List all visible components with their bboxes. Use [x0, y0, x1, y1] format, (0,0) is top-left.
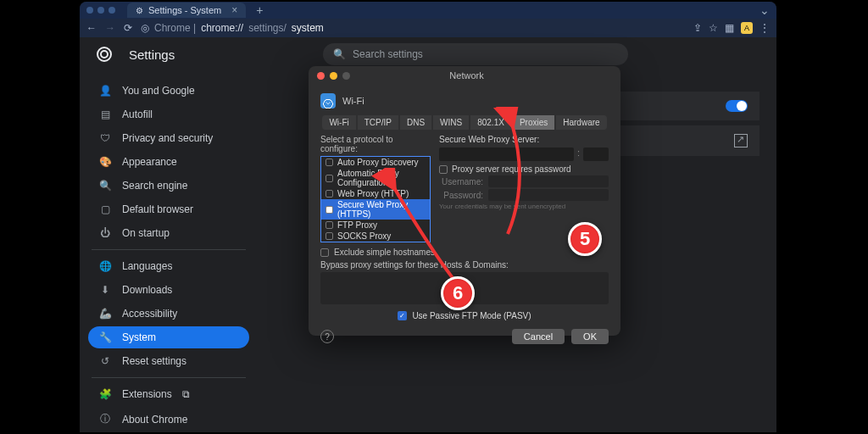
- toggle-switch[interactable]: [726, 100, 748, 112]
- tab-tcp-ip[interactable]: TCP/IP: [358, 115, 398, 130]
- tab-wins[interactable]: WINS: [433, 115, 469, 130]
- autofill-icon: ▤: [98, 108, 112, 120]
- protocol-socks-proxy[interactable]: SOCKS Proxy: [321, 231, 430, 242]
- checkbox-icon[interactable]: [326, 206, 333, 214]
- chrome-icon: [97, 47, 112, 62]
- dialog-title: Network: [321, 70, 612, 81]
- window-titlebar: ⚙ Settings - System × + ⌄: [80, 2, 776, 19]
- open-external-icon: [734, 134, 748, 147]
- sidebar-item-on-startup[interactable]: ⏻On startup: [88, 222, 249, 244]
- annotation-badge-6: 6: [441, 276, 475, 310]
- share-icon[interactable]: ⇪: [693, 22, 702, 34]
- sidebar-item-about-chrome[interactable]: ⓘAbout Chrome: [88, 407, 249, 431]
- kebab-menu-icon[interactable]: ⋮: [760, 22, 770, 34]
- proxy-host-input[interactable]: [439, 147, 574, 161]
- checkbox-icon[interactable]: [326, 159, 333, 166]
- bookmark-icon[interactable]: ☆: [709, 22, 718, 34]
- tab-proxies[interactable]: Proxies: [513, 115, 554, 130]
- gear-icon: ⚙: [136, 6, 143, 15]
- protocol-list[interactable]: Auto Proxy DiscoveryAutomatic Proxy Conf…: [320, 156, 431, 242]
- info-icon: ⓘ: [98, 412, 112, 426]
- requires-password-checkbox[interactable]: [439, 165, 448, 174]
- tab-title: Settings - System: [148, 5, 221, 15]
- search-icon: 🔍: [98, 180, 112, 192]
- sidebar-item-autofill[interactable]: ▤Autofill: [88, 103, 249, 125]
- shield-icon: 🛡: [98, 132, 112, 144]
- new-tab-button[interactable]: +: [256, 3, 263, 17]
- reload-icon[interactable]: ⟳: [124, 22, 132, 34]
- protocol-auto-proxy-discovery[interactable]: Auto Proxy Discovery: [321, 157, 430, 168]
- pasv-checkbox[interactable]: ✓: [398, 311, 407, 320]
- person-icon: 👤: [98, 85, 112, 97]
- sidebar-item-appearance[interactable]: 🎨Appearance: [88, 151, 249, 173]
- sidebar-item-languages[interactable]: 🌐Languages: [88, 255, 249, 277]
- sidebar-item-default-browser[interactable]: ▢Default browser: [88, 198, 249, 220]
- back-icon[interactable]: ←: [86, 22, 97, 34]
- reset-icon: ↺: [98, 355, 112, 367]
- sidebar-item-accessibility[interactable]: 🦾Accessibility: [88, 303, 249, 325]
- globe-icon: 🌐: [98, 260, 112, 272]
- browser-icon: ▢: [98, 203, 112, 215]
- window-minimize-icon[interactable]: ⌄: [760, 3, 770, 17]
- power-icon: ⏻: [98, 227, 112, 239]
- sidebar-item-privacy-and-security[interactable]: 🛡Privacy and security: [88, 127, 249, 149]
- protocol-streaming-proxy-rtsp-[interactable]: Streaming Proxy (RTSP): [321, 242, 430, 242]
- wifi-icon: ⌵: [320, 93, 336, 108]
- open-external-icon: ⧉: [182, 388, 190, 400]
- forward-icon[interactable]: →: [105, 22, 115, 34]
- proxy-password-input[interactable]: [488, 189, 609, 201]
- checkbox-icon[interactable]: [326, 190, 333, 198]
- checkbox-icon[interactable]: [326, 232, 333, 240]
- sidebar-item-extensions[interactable]: 🧩Extensions ⧉: [88, 383, 249, 405]
- a11y-icon: 🦾: [98, 308, 112, 320]
- ok-button[interactable]: OK: [571, 329, 609, 344]
- sidebar-item-you-and-google[interactable]: 👤You and Google: [88, 80, 249, 102]
- annotation-badge-5: 5: [568, 222, 602, 256]
- protocol-ftp-proxy[interactable]: FTP Proxy: [321, 220, 430, 231]
- sidebar-item-search-engine[interactable]: 🔍Search engine: [88, 175, 249, 197]
- sidebar-item-downloads[interactable]: ⬇Downloads: [88, 279, 249, 301]
- checkbox-icon[interactable]: [326, 175, 333, 182]
- profile-avatar[interactable]: A: [741, 22, 753, 34]
- password-hint: Your credentials may be sent unencrypted: [439, 203, 609, 210]
- tab-dns[interactable]: DNS: [400, 115, 431, 130]
- tab-wi-fi[interactable]: Wi-Fi: [322, 115, 355, 130]
- settings-sidebar: 👤You and Google▤Autofill🛡Privacy and sec…: [80, 37, 258, 432]
- tab-hardware[interactable]: Hardware: [556, 115, 606, 130]
- browser-window: ⚙ Settings - System × + ⌄ ← → ⟳ ◎ Chrome…: [80, 2, 776, 432]
- extensions-icon[interactable]: ▦: [725, 22, 734, 34]
- address-bar: ← → ⟳ ◎ Chrome | chrome://settings/syste…: [80, 19, 776, 37]
- download-icon: ⬇: [98, 284, 112, 296]
- site-info-icon[interactable]: ◎: [141, 22, 149, 34]
- protocol-list-label: Select a protocol to configure:: [320, 135, 431, 153]
- wrench-icon: 🔧: [98, 331, 112, 343]
- close-tab-icon[interactable]: ×: [231, 4, 237, 16]
- puzzle-icon: 🧩: [98, 388, 112, 400]
- protocol-web-proxy-http-[interactable]: Web Proxy (HTTP): [321, 188, 430, 199]
- proxy-server-label: Secure Web Proxy Server:: [439, 135, 609, 144]
- proxy-tabs: Wi-FiTCP/IPDNSWINS802.1XProxiesHardware: [320, 115, 609, 130]
- window-traffic-lights[interactable]: [86, 7, 115, 14]
- help-button[interactable]: ?: [320, 330, 334, 343]
- checkbox-icon[interactable]: [326, 221, 333, 229]
- proxy-username-input[interactable]: [488, 175, 609, 187]
- tab-802-1x[interactable]: 802.1X: [470, 115, 511, 130]
- sidebar-item-system[interactable]: 🔧System: [88, 326, 249, 348]
- protocol-secure-web-proxy-https-[interactable]: Secure Web Proxy (HTTPS): [321, 199, 430, 220]
- protocol-automatic-proxy-configuration[interactable]: Automatic Proxy Configuration: [321, 168, 430, 188]
- exclude-hostnames-checkbox[interactable]: [320, 248, 329, 257]
- sidebar-item-reset-settings[interactable]: ↺Reset settings: [88, 350, 249, 372]
- bypass-label: Bypass proxy settings for these Hosts & …: [320, 260, 609, 270]
- page-title: Settings: [129, 47, 175, 62]
- interface-label: Wi-Fi: [342, 96, 364, 106]
- browser-tab[interactable]: ⚙ Settings - System ×: [127, 3, 246, 18]
- cancel-button[interactable]: Cancel: [512, 329, 565, 344]
- paint-icon: 🎨: [98, 156, 112, 168]
- proxy-port-input[interactable]: [583, 147, 609, 161]
- url-field[interactable]: ◎ Chrome | chrome://settings/system: [141, 22, 685, 34]
